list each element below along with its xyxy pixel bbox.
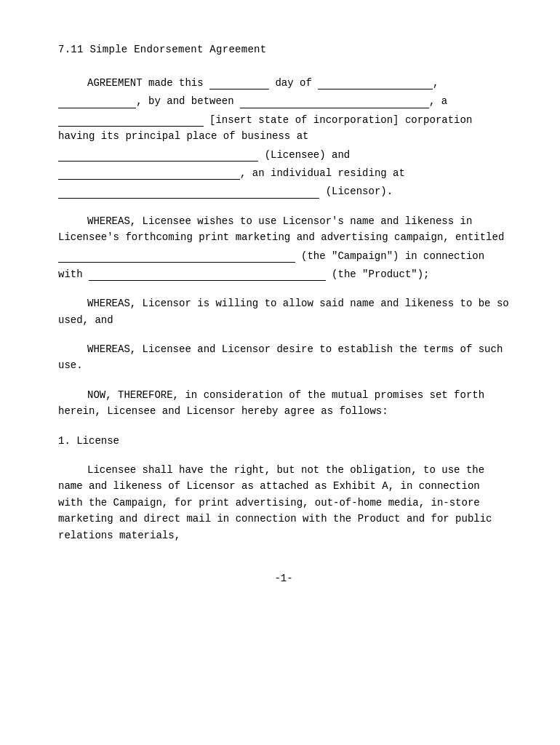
document-container: 7.11 Simple Endorsement Agreement AGREEM… xyxy=(58,44,509,584)
blank-licensor xyxy=(58,163,240,180)
whereas3-paragraph: WHEREAS, Licensee and Licensor desire to… xyxy=(58,341,509,374)
blank-licensor-address xyxy=(58,181,319,198)
document-title: 7.11 Simple Endorsement Agreement xyxy=(58,44,509,55)
agreement-text: AGREEMENT made this day of , , by and be… xyxy=(58,77,472,197)
whereas2-text: WHEREAS, Licensor is willing to allow sa… xyxy=(58,298,509,325)
now-therefore-text: NOW, THEREFORE, in consideration of the … xyxy=(58,389,484,417)
section1-body-paragraph: Licensee shall have the right, but not t… xyxy=(58,462,509,543)
opening-paragraph: AGREEMENT made this day of , , by and be… xyxy=(58,73,509,200)
section1-heading: 1. License xyxy=(58,433,509,449)
now-therefore-paragraph: NOW, THEREFORE, in consideration of the … xyxy=(58,387,509,420)
blank-address xyxy=(58,145,258,162)
blank-date2 xyxy=(58,91,136,108)
whereas3-text: WHEREAS, Licensee and Licensor desire to… xyxy=(58,343,503,371)
blank-day xyxy=(209,73,269,89)
page-number: -1- xyxy=(58,573,509,584)
section1-heading-text: 1. License xyxy=(58,435,119,447)
whereas1-text: WHEREAS, Licensee wishes to use Licensor… xyxy=(58,215,504,280)
whereas1-paragraph: WHEREAS, Licensee wishes to use Licensor… xyxy=(58,213,509,283)
blank-campaign xyxy=(58,246,295,263)
blank-date1 xyxy=(318,73,433,89)
section1-body-text: Licensee shall have the right, but not t… xyxy=(58,464,492,541)
blank-product xyxy=(89,264,326,281)
whereas2-paragraph: WHEREAS, Licensor is willing to allow sa… xyxy=(58,295,509,328)
blank-party1 xyxy=(240,91,429,108)
blank-state xyxy=(58,110,204,127)
